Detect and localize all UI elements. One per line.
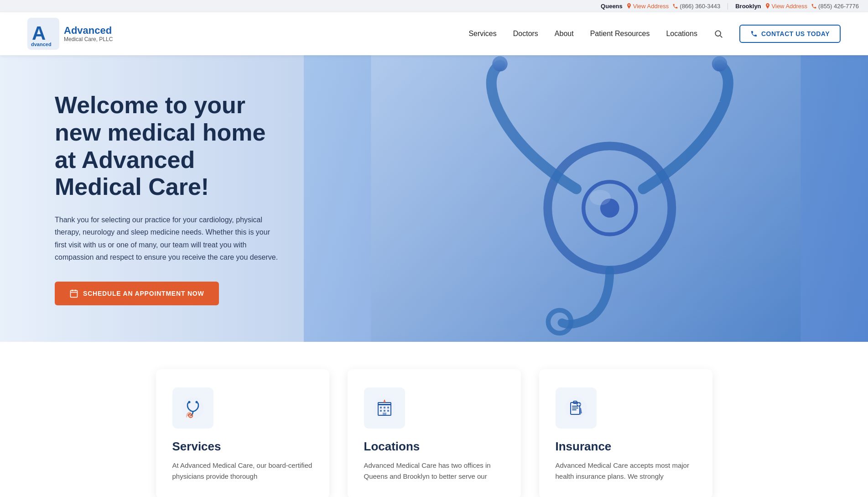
schedule-btn-label: SCHEDULE AN APPOINTMENT NOW (83, 290, 204, 297)
locations-card-icon-wrap (364, 387, 405, 429)
svg-point-17 (182, 397, 204, 419)
services-card-title: Services (172, 439, 313, 454)
contact-us-button[interactable]: CONTACT US TODAY (739, 25, 841, 43)
locations-card: Locations Advanced Medical Care has two … (348, 369, 521, 497)
insurance-card-text: Advanced Medical Care accepts most major… (556, 460, 696, 482)
stethoscope-illustration (304, 55, 868, 342)
svg-point-21 (190, 415, 191, 416)
services-card-text: At Advanced Medical Care, our board-cert… (172, 460, 313, 482)
svg-rect-27 (387, 407, 389, 408)
stethoscope-card-icon (181, 396, 205, 420)
hero-background (304, 55, 868, 342)
cards-section: Services At Advanced Medical Care, our b… (0, 342, 868, 497)
svg-rect-31 (383, 413, 386, 415)
pin-icon-brooklyn (765, 3, 770, 10)
calendar-icon (69, 289, 78, 298)
locations-card-title: Locations (364, 439, 504, 454)
svg-rect-30 (387, 410, 389, 412)
nav-item-locations[interactable]: Locations (666, 30, 697, 38)
logo-text: Advanced Medical Care, PLLC (64, 25, 113, 43)
insurance-card: Insurance Advanced Medical Care accepts … (539, 369, 712, 497)
svg-rect-13 (71, 290, 78, 297)
svg-point-18 (188, 401, 190, 403)
services-card-icon-wrap (172, 387, 213, 429)
phone-icon-brooklyn (811, 3, 817, 9)
logo-icon: A dvanced (27, 18, 59, 50)
queens-phone: (866) 360-3443 (672, 3, 720, 10)
building-card-icon (373, 396, 396, 420)
hero-content: Welcome to your new medical home at Adva… (0, 55, 319, 342)
nav-item-doctors[interactable]: Doctors (513, 30, 538, 38)
brooklyn-city-label: Brooklyn (735, 3, 761, 10)
queens-address-link[interactable]: View Address (626, 3, 669, 10)
phone-icon-contact (750, 30, 758, 37)
svg-rect-29 (384, 410, 385, 412)
queens-group: Queens View Address (866) 360-3443 (601, 3, 720, 10)
svg-rect-28 (380, 410, 382, 412)
hero-section: Welcome to your new medical home at Adva… (0, 55, 868, 342)
svg-point-10 (712, 56, 727, 71)
svg-line-4 (720, 36, 722, 37)
nav-item-about[interactable]: About (555, 30, 574, 38)
insurance-card-title: Insurance (556, 439, 696, 454)
phone-icon-queens (672, 3, 678, 9)
svg-point-12 (590, 190, 611, 205)
logo-area: A dvanced Advanced Medical Care, PLLC (27, 18, 113, 50)
svg-rect-25 (380, 407, 382, 408)
hero-title: Welcome to your new medical home at Adva… (55, 92, 283, 201)
schedule-appointment-button[interactable]: SCHEDULE AN APPOINTMENT NOW (55, 282, 219, 305)
brooklyn-phone: (855) 426-7776 (811, 3, 859, 10)
nav-item-services[interactable]: Services (468, 30, 496, 38)
clipboard-card-icon (564, 396, 588, 420)
search-button[interactable] (714, 29, 723, 38)
pin-icon (626, 3, 632, 10)
brooklyn-group: Brooklyn View Address (855) 426-7776 (735, 3, 859, 10)
header: A dvanced Advanced Medical Care, PLLC Se… (0, 12, 868, 55)
logo-line1: Advanced (64, 25, 113, 36)
search-icon (714, 29, 723, 38)
divider (728, 3, 728, 10)
svg-text:A: A (32, 22, 46, 44)
svg-rect-26 (384, 407, 385, 408)
logo-line2: Medical Care, PLLC (64, 36, 113, 42)
nav: Services Doctors About Patient Resources… (468, 25, 841, 43)
svg-rect-32 (384, 401, 385, 403)
svg-point-3 (715, 31, 721, 36)
nav-item-patient-resources[interactable]: Patient Resources (590, 30, 650, 38)
svg-text:dvanced: dvanced (31, 42, 52, 47)
top-bar: Queens View Address (866) 360-3443 Brook… (0, 0, 868, 12)
locations-card-text: Advanced Medical Care has two offices in… (364, 460, 504, 482)
contact-btn-label: CONTACT US TODAY (761, 30, 830, 37)
queens-city-label: Queens (601, 3, 623, 10)
svg-point-19 (195, 401, 198, 403)
svg-point-9 (492, 56, 507, 71)
services-card: Services At Advanced Medical Care, our b… (156, 369, 329, 497)
hero-subtitle: Thank you for selecting our practice for… (55, 214, 283, 263)
insurance-card-icon-wrap (556, 387, 597, 429)
brooklyn-address-link[interactable]: View Address (765, 3, 808, 10)
